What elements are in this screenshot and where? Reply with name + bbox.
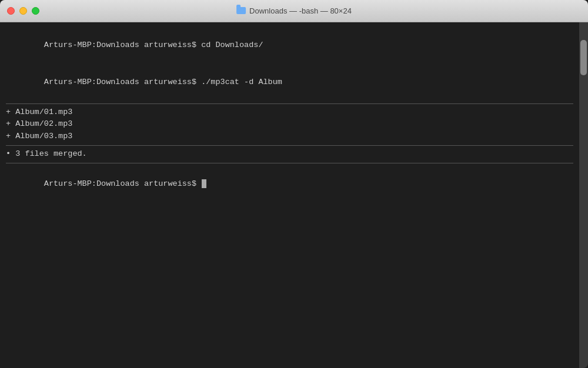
terminal-line-final: Arturs-MBP:Downloads arturweiss$ (6, 166, 573, 203)
terminal-window: Downloads — -bash — 80×24 Arturs-MBP:Dow… (0, 0, 588, 368)
terminal-line-2: Arturs-MBP:Downloads arturweiss$ ./mp3ca… (6, 64, 573, 101)
result-line: • 3 files merged. (6, 148, 573, 160)
scrollbar-thumb[interactable] (580, 40, 587, 75)
separator-3 (6, 163, 573, 163)
prompt-2: Arturs-MBP:Downloads arturweiss$ (44, 78, 196, 86)
minimize-button[interactable] (19, 7, 27, 15)
prompt-3: Arturs-MBP:Downloads arturweiss$ (44, 179, 196, 188)
window-title: Downloads — -bash — 80×24 (236, 6, 352, 15)
terminal-line-1: Arturs-MBP:Downloads arturweiss$ cd Down… (6, 27, 573, 64)
folder-icon (236, 7, 246, 14)
file-line-1: + Album/01.mp3 (6, 106, 573, 119)
file-line-2: + Album/02.mp3 (6, 118, 573, 131)
scrollbar[interactable] (579, 22, 588, 368)
file-line-3: + Album/03.mp3 (6, 131, 573, 143)
traffic-lights (7, 7, 39, 15)
command-1: cd Downloads/ (196, 41, 263, 49)
cursor-space (196, 179, 201, 188)
command-2: ./mp3cat -d Album (196, 78, 282, 86)
title-bar: Downloads — -bash — 80×24 (0, 0, 588, 22)
terminal-content[interactable]: Arturs-MBP:Downloads arturweiss$ cd Down… (0, 22, 579, 368)
maximize-button[interactable] (32, 7, 39, 15)
terminal-cursor (202, 179, 206, 188)
separator-2 (6, 145, 573, 146)
separator-1 (6, 103, 573, 104)
prompt-1: Arturs-MBP:Downloads arturweiss$ (44, 41, 196, 49)
terminal-wrapper: Arturs-MBP:Downloads arturweiss$ cd Down… (0, 22, 588, 368)
close-button[interactable] (7, 7, 15, 15)
title-text: Downloads — -bash — 80×24 (249, 6, 352, 15)
